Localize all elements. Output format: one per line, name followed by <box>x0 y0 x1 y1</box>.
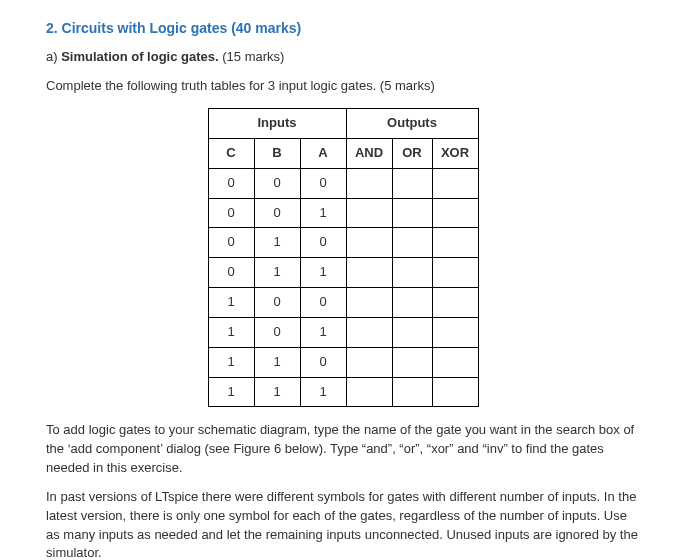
cell-b: 0 <box>254 168 300 198</box>
table-row: 1 1 0 <box>208 347 478 377</box>
subsection-marks: (15 marks) <box>219 49 285 64</box>
cell-and[interactable] <box>346 168 392 198</box>
cell-b: 0 <box>254 198 300 228</box>
truth-table: Inputs Outputs C B A AND OR XOR 0 0 0 <box>208 108 479 407</box>
cell-a: 1 <box>300 377 346 407</box>
cell-or[interactable] <box>392 198 432 228</box>
cell-xor[interactable] <box>432 317 478 347</box>
header-a: A <box>300 138 346 168</box>
paragraph-add-gates: To add logic gates to your schematic dia… <box>46 421 640 478</box>
cell-xor[interactable] <box>432 168 478 198</box>
paragraph-ltspice-history: In past versions of LTspice there were d… <box>46 488 640 560</box>
cell-b: 1 <box>254 377 300 407</box>
cell-and[interactable] <box>346 198 392 228</box>
cell-or[interactable] <box>392 258 432 288</box>
cell-b: 1 <box>254 347 300 377</box>
cell-c: 1 <box>208 377 254 407</box>
cell-a: 0 <box>300 168 346 198</box>
cell-a: 0 <box>300 288 346 318</box>
truth-table-container: Inputs Outputs C B A AND OR XOR 0 0 0 <box>46 108 640 407</box>
cell-xor[interactable] <box>432 228 478 258</box>
cell-or[interactable] <box>392 347 432 377</box>
cell-and[interactable] <box>346 258 392 288</box>
cell-xor[interactable] <box>432 198 478 228</box>
header-group-inputs: Inputs <box>208 108 346 138</box>
table-row: 1 0 0 <box>208 288 478 318</box>
cell-b: 0 <box>254 288 300 318</box>
subsection-line: a) Simulation of logic gates. (15 marks) <box>46 48 640 67</box>
cell-xor[interactable] <box>432 377 478 407</box>
cell-xor[interactable] <box>432 347 478 377</box>
cell-and[interactable] <box>346 288 392 318</box>
cell-c: 1 <box>208 317 254 347</box>
table-row: 1 0 1 <box>208 317 478 347</box>
cell-or[interactable] <box>392 168 432 198</box>
table-row: 1 1 1 <box>208 377 478 407</box>
header-xor: XOR <box>432 138 478 168</box>
table-row: 0 1 0 <box>208 228 478 258</box>
cell-xor[interactable] <box>432 258 478 288</box>
header-and: AND <box>346 138 392 168</box>
cell-a: 0 <box>300 228 346 258</box>
header-or: OR <box>392 138 432 168</box>
cell-and[interactable] <box>346 228 392 258</box>
table-row: 0 1 1 <box>208 258 478 288</box>
cell-b: 0 <box>254 317 300 347</box>
cell-b: 1 <box>254 258 300 288</box>
cell-c: 0 <box>208 198 254 228</box>
cell-and[interactable] <box>346 317 392 347</box>
cell-c: 1 <box>208 347 254 377</box>
cell-or[interactable] <box>392 228 432 258</box>
header-c: C <box>208 138 254 168</box>
header-b: B <box>254 138 300 168</box>
cell-c: 0 <box>208 258 254 288</box>
truth-table-body: 0 0 0 0 0 1 0 1 0 <box>208 168 478 407</box>
header-group-outputs: Outputs <box>346 108 478 138</box>
subsection-title: Simulation of logic gates. <box>61 49 218 64</box>
cell-and[interactable] <box>346 347 392 377</box>
instruction-text: Complete the following truth tables for … <box>46 77 640 96</box>
cell-xor[interactable] <box>432 288 478 318</box>
cell-c: 0 <box>208 228 254 258</box>
cell-or[interactable] <box>392 288 432 318</box>
table-row: 0 0 1 <box>208 198 478 228</box>
section-heading: 2. Circuits with Logic gates (40 marks) <box>46 18 640 38</box>
cell-or[interactable] <box>392 317 432 347</box>
cell-a: 1 <box>300 317 346 347</box>
cell-a: 1 <box>300 198 346 228</box>
cell-a: 0 <box>300 347 346 377</box>
cell-b: 1 <box>254 228 300 258</box>
table-row: 0 0 0 <box>208 168 478 198</box>
cell-c: 0 <box>208 168 254 198</box>
cell-c: 1 <box>208 288 254 318</box>
cell-or[interactable] <box>392 377 432 407</box>
cell-a: 1 <box>300 258 346 288</box>
subsection-letter: a) <box>46 49 61 64</box>
cell-and[interactable] <box>346 377 392 407</box>
